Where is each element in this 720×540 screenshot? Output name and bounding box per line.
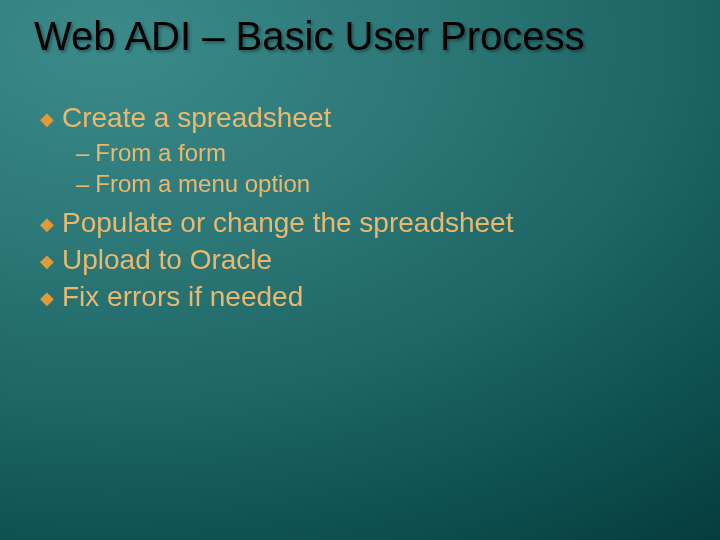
- slide-body: ◆ Create a spreadsheet – From a form – F…: [40, 100, 690, 316]
- bullet-level1: ◆ Create a spreadsheet: [40, 100, 690, 135]
- diamond-icon: ◆: [40, 213, 54, 236]
- bullet-level1: ◆ Fix errors if needed: [40, 279, 690, 314]
- bullet-text: Populate or change the spreadsheet: [62, 205, 513, 240]
- bullet-level1: ◆ Populate or change the spreadsheet: [40, 205, 690, 240]
- slide-title: Web ADI – Basic User Process: [34, 14, 700, 59]
- bullet-level2: – From a form: [76, 137, 690, 168]
- bullet-level1: ◆ Upload to Oracle: [40, 242, 690, 277]
- bullet-text: From a form: [95, 137, 226, 168]
- dash-icon: –: [76, 168, 89, 199]
- diamond-icon: ◆: [40, 250, 54, 273]
- bullet-text: Fix errors if needed: [62, 279, 303, 314]
- bullet-level2: – From a menu option: [76, 168, 690, 199]
- slide: Web ADI – Basic User Process ◆ Create a …: [0, 0, 720, 540]
- bullet-text: From a menu option: [95, 168, 310, 199]
- bullet-text: Create a spreadsheet: [62, 100, 331, 135]
- diamond-icon: ◆: [40, 287, 54, 310]
- dash-icon: –: [76, 137, 89, 168]
- diamond-icon: ◆: [40, 108, 54, 131]
- bullet-text: Upload to Oracle: [62, 242, 272, 277]
